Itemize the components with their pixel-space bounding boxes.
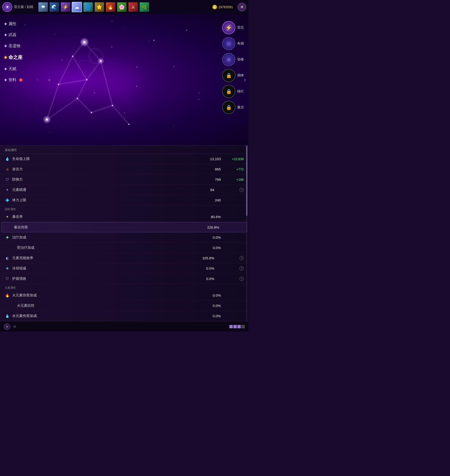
nav-diamond-attributes	[4, 23, 7, 25]
char-avatar-5[interactable]: 🌀	[83, 2, 93, 12]
close-button[interactable]: ✕	[238, 3, 246, 11]
stat-value-hydro-dmg: 0.0%	[202, 314, 221, 318]
stat-value-crit-rate: 80.6%	[202, 215, 221, 219]
stat-value-stamina: 240	[202, 198, 221, 202]
nav-item-artifacts[interactable]: 圣遗物	[0, 41, 47, 51]
chevron-right-icon: ›	[244, 77, 246, 83]
nav-label-attributes: 属性	[8, 21, 16, 26]
stat-row-incoming-healing: 受治疗加成 0.0%	[0, 243, 249, 253]
char-avatar-10[interactable]: 🌿	[139, 2, 149, 12]
avatar-bg-3: ⚡	[61, 2, 70, 12]
avatar-bg-9: ⚔	[128, 2, 138, 12]
stat-icon-incoming-healing	[9, 245, 15, 250]
currency-amount: 19763591	[219, 5, 233, 9]
skill-btn-qijue[interactable]: ◎ 奇掴	[222, 37, 244, 50]
help-icon-er[interactable]: ?	[240, 256, 244, 260]
stat-icon-healing: ✚	[5, 235, 10, 240]
level-squares	[230, 325, 245, 328]
game-logo: ✦	[2, 2, 12, 12]
stat-name-stamina: 体力上限	[12, 198, 202, 202]
skill-btn-lianzhen: 🔒 廉贞	[222, 101, 244, 114]
stat-row-pyro-dmg: 🔥 火元素伤害加成 0.0%	[0, 290, 249, 301]
char-avatar-6[interactable]: ⭐	[94, 2, 105, 12]
stat-row-shield: 🛡 护盾强效 0.0% ?	[0, 274, 249, 284]
coin-icon: ●	[212, 5, 217, 9]
help-icon-cd-reduction[interactable]: ?	[240, 266, 244, 271]
stat-row-pyro-res: 火元素抗性 0.0%	[0, 301, 249, 311]
stat-row-hp: 💧 生命值上限 13,103 +10,838	[0, 154, 249, 164]
char-avatar-3[interactable]: ⚡	[60, 2, 71, 12]
skill-label-qijue: 奇掴	[237, 42, 244, 46]
left-sidebar: 属性 武器 圣遗物 命之座 天赋 资料 !	[0, 14, 47, 145]
nav-label-artifacts: 圣遗物	[8, 43, 20, 48]
stat-bonus-hp: +10,838	[223, 157, 244, 161]
stat-name-er: 元素充能效率	[12, 256, 195, 260]
stat-value-pyro-res: 0.0%	[202, 304, 221, 308]
stat-value-shield: 0.0%	[195, 277, 214, 281]
skill-icon-qijue: ◎	[227, 41, 231, 47]
stat-value-em: 84	[195, 188, 214, 192]
nav-item-constellation[interactable]: 命之座	[0, 52, 47, 63]
stat-icon-hp: 💧	[5, 156, 10, 161]
nav-label-constellation: 命之座	[8, 54, 23, 60]
stat-row-stamina: 💠 体力上限 240	[0, 195, 249, 205]
breadcrumb: 雷元素 / 刻晴	[14, 5, 33, 9]
skill-circle-leihou: ⚡	[222, 21, 235, 34]
nav-item-profile[interactable]: 资料 !	[0, 75, 47, 85]
help-icon-em[interactable]: ?	[240, 188, 244, 192]
nav-label-weapon: 武器	[8, 32, 16, 37]
stat-name-pyro-dmg: 火元素伤害加成	[12, 293, 202, 298]
stat-row-cd-reduction: ❄ 冷却缩减 0.0% ?	[0, 263, 249, 274]
nav-item-talents[interactable]: 天赋	[0, 64, 47, 74]
avatar-bg-4: ☁	[72, 2, 82, 12]
level-sq-4	[241, 325, 245, 328]
stat-icon-er: ◐	[5, 256, 10, 261]
nav-label-talents: 天赋	[8, 66, 16, 71]
top-bar: ✦ 雷元素 / 刻晴 🌨 🌊 ⚡ ☁	[0, 0, 249, 14]
stat-icon-em: ✦	[5, 187, 10, 192]
section-basic-label: 基础属性	[5, 148, 17, 152]
char-avatar-1[interactable]: 🌨	[38, 2, 48, 12]
skill-circle-yideng: 🔒	[222, 85, 235, 98]
skill-circle-qijue: ◎	[222, 37, 235, 50]
nav-diamond-talents	[4, 67, 7, 70]
stat-name-crit-dmg: 暴击伤害	[14, 225, 200, 230]
nav-arrow-right[interactable]: ›	[241, 74, 249, 86]
skill-circle-denglou: ⊗	[222, 53, 235, 66]
stat-name-atk: 攻击力	[12, 167, 202, 171]
nav-item-attributes[interactable]: 属性	[0, 19, 47, 29]
stat-value-crit-dmg: 226.8%	[200, 225, 219, 229]
stat-row-crit-dmg: 暴击伤害 226.8%	[1, 222, 247, 232]
stat-name-crit-rate: 暴击率	[12, 214, 202, 219]
stat-name-hydro-dmg: 水元素伤害加成	[12, 314, 202, 318]
constellation-area: 属性 武器 圣遗物 命之座 天赋 资料 ! ‹ ›	[0, 14, 249, 145]
char-avatar-4-active[interactable]: ☁	[72, 2, 82, 12]
skill-btn-yideng: 🔒 移灯	[222, 85, 244, 98]
stat-icon-pyro-res	[9, 303, 15, 308]
bottom-add-icon[interactable]: +	[4, 323, 10, 330]
skill-circle-diaolv: 🔒	[222, 69, 235, 82]
bottom-label-u: U	[14, 325, 16, 328]
skill-btn-denglou[interactable]: ⊗ 登楼	[222, 53, 244, 66]
nav-arrow-left[interactable]: ‹	[46, 74, 53, 86]
char-avatar-7[interactable]: 🔥	[106, 2, 116, 12]
stat-value-def: 799	[202, 178, 221, 181]
skill-label-denglou: 登楼	[237, 57, 244, 62]
skill-btn-leihou[interactable]: ⚡ 雷厄	[222, 21, 244, 34]
logo-symbol: ✦	[6, 5, 9, 10]
char-avatar-8[interactable]: 🌸	[117, 2, 127, 12]
stat-row-em: ✦ 元素精通 84 ?	[0, 185, 249, 195]
section-element-label: 元素属性	[5, 286, 16, 289]
stat-icon-hydro-dmg: 💧	[5, 314, 10, 319]
nav-item-weapon[interactable]: 武器	[0, 30, 47, 40]
help-icon-shield[interactable]: ?	[240, 277, 244, 281]
stat-value-atk: 865	[202, 167, 221, 171]
lock-icon-lianzhen: 🔒	[223, 101, 235, 113]
nav-diamond-profile	[4, 78, 7, 81]
skill-label-leihou: 雷厄	[237, 26, 244, 30]
level-sq-1	[230, 325, 233, 328]
char-avatar-2[interactable]: 🌊	[49, 2, 59, 12]
stat-name-em: 元素精通	[12, 188, 195, 192]
char-avatar-9[interactable]: ⚔	[128, 2, 138, 12]
chevron-left-icon: ‹	[48, 77, 50, 83]
